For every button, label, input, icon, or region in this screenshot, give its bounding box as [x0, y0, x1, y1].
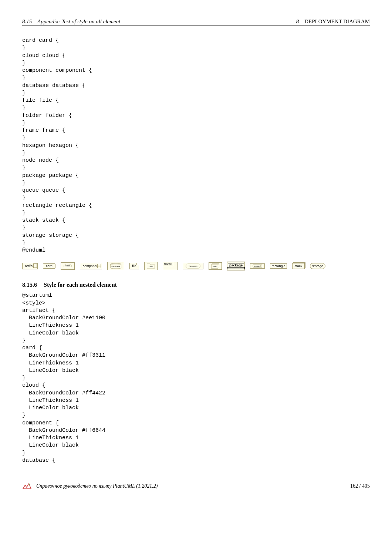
component-label: component	[83, 264, 99, 268]
subsection-title: Style for each nested element	[44, 282, 117, 288]
queue-shape: queue	[250, 263, 265, 269]
footer-text: Справочное руководство по языку PlantUML…	[36, 483, 158, 489]
page-header: 8.15 Appendix: Test of style on all elem…	[22, 18, 370, 26]
stack-shape: stack	[292, 263, 305, 269]
artifact-shape: artifact	[22, 263, 38, 269]
node-shape: node	[209, 262, 222, 270]
node-label: node	[213, 266, 217, 268]
component-shape: component	[80, 263, 102, 269]
subsection-num: 8.15.6	[22, 282, 37, 288]
frame-shape: frame	[163, 262, 178, 270]
page-footer: Справочное руководство по языку PlantUML…	[22, 483, 370, 490]
folder-shape: folder	[144, 262, 158, 270]
cloud-shape: cloud	[61, 262, 75, 270]
storage-shape: storage	[310, 263, 325, 269]
plantuml-logo-icon	[22, 483, 32, 490]
code-block-1: card card { } cloud cloud { } component …	[22, 37, 370, 254]
frame-label: frame	[163, 262, 173, 266]
page-number: 162 / 405	[350, 483, 370, 489]
artifact-label: artifact	[25, 264, 35, 268]
queue-label: queue	[254, 265, 260, 267]
folder-label: folder	[149, 266, 153, 268]
database-label: database	[112, 266, 120, 268]
svg-point-4	[29, 484, 30, 485]
header-section-title: Appendix: Test of style on all element	[37, 18, 120, 24]
package-shape: package	[227, 262, 245, 270]
card-shape: card	[43, 263, 55, 269]
diagram-row: artifact card cloud component database f…	[22, 262, 370, 270]
card-label: card	[46, 264, 53, 268]
header-left: 8.15 Appendix: Test of style on all elem…	[22, 18, 120, 25]
file-label: file	[132, 264, 136, 268]
rectangle-shape: rectangle	[270, 263, 287, 269]
file-shape: file	[129, 263, 139, 269]
storage-label: storage	[312, 264, 323, 268]
code-block-2: @startuml <style> artifact { BackGroundC…	[22, 292, 370, 464]
header-right: 8 DEPLOYMENT DIAGRAM	[296, 18, 370, 25]
database-shape: database	[107, 262, 124, 270]
svg-point-1	[110, 263, 121, 265]
subsection-heading: 8.15.6 Style for each nested element	[22, 282, 370, 288]
header-section-num: 8.15	[22, 18, 32, 24]
hexagon-label: hexagon	[189, 265, 197, 268]
hexagon-shape: hexagon	[183, 263, 203, 269]
header-chapter-num: 8	[296, 18, 299, 24]
cloud-label: cloud	[65, 265, 70, 267]
stack-label: stack	[295, 264, 303, 268]
rectangle-label: rectangle	[271, 264, 285, 268]
header-chapter-title: DEPLOYMENT DIAGRAM	[304, 18, 370, 24]
package-label: package	[228, 263, 244, 267]
svg-point-3	[260, 265, 262, 268]
